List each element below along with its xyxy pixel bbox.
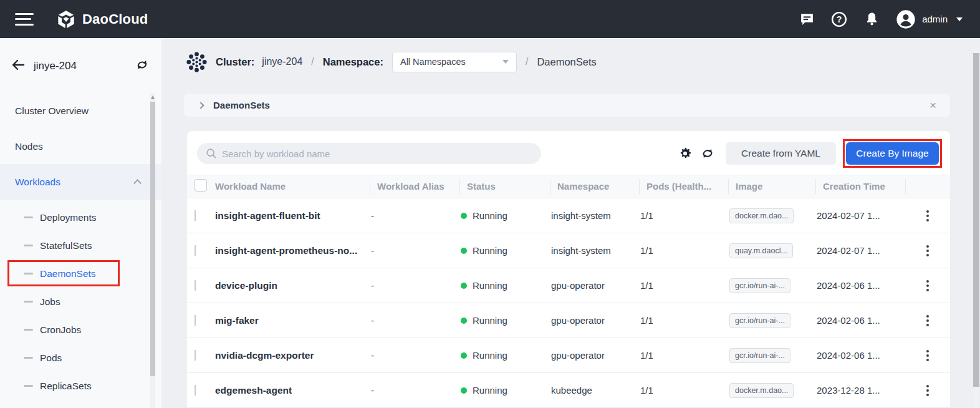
chevron-down-icon xyxy=(502,60,509,64)
sidebar-item-label: Nodes xyxy=(15,141,43,152)
table-header: Workload Name Workload Alias Status Name… xyxy=(187,175,950,198)
kebab-menu-icon[interactable] xyxy=(921,210,934,221)
daemonsets-tab-bar[interactable]: DaemonSets × xyxy=(184,94,950,117)
kebab-menu-icon[interactable] xyxy=(921,350,934,361)
row-checkbox-cell xyxy=(187,280,214,291)
kebab-menu-icon[interactable] xyxy=(921,385,934,396)
search-box[interactable] xyxy=(197,143,541,164)
workload-alias-cell: - xyxy=(370,315,459,326)
sidebar-item-pods[interactable]: Pods xyxy=(0,344,161,372)
avatar xyxy=(896,9,916,29)
column-header-actions xyxy=(905,179,950,194)
image-chip: quay.m.daocl... xyxy=(729,243,793,258)
back-arrow-icon[interactable] xyxy=(11,59,25,74)
row-checkbox[interactable] xyxy=(195,210,196,221)
create-from-yaml-button[interactable]: Create from YAML xyxy=(726,142,836,165)
create-by-image-button[interactable]: Create By Image xyxy=(846,142,939,165)
workload-name-cell[interactable]: edgemesh-agent xyxy=(214,385,370,396)
table-toolbar: Create from YAML Create By Image xyxy=(187,142,950,165)
breadcrumb-cluster-value[interactable]: jinye-204 xyxy=(262,56,302,67)
column-header-workload-alias[interactable]: Workload Alias xyxy=(370,179,459,194)
status-text: Running xyxy=(473,280,507,291)
workloads-sub-list: Deployments StatefulSets DaemonSets Jobs… xyxy=(0,203,161,400)
sidebar-item-cluster-overview[interactable]: Cluster Overview xyxy=(0,93,161,129)
sidebar-item-jobs[interactable]: Jobs xyxy=(0,288,161,316)
table-row: nvidia-dcgm-exporter - Running gpu-opera… xyxy=(187,338,950,373)
namespace-cell: insight-system xyxy=(550,210,639,221)
main-scrollbar-thumb[interactable] xyxy=(973,53,979,387)
status-running-dot xyxy=(461,387,467,394)
column-header-namespace[interactable]: Namespace xyxy=(550,179,639,194)
settings-gear-icon[interactable] xyxy=(678,147,692,160)
kebab-menu-icon[interactable] xyxy=(921,315,934,326)
row-checkbox[interactable] xyxy=(195,315,196,326)
image-chip: gcr.io/run-ai-... xyxy=(729,348,790,363)
close-icon[interactable]: × xyxy=(930,99,936,111)
creation-time-cell: 2024-02-07 1... xyxy=(815,210,905,221)
tab-title: DaemonSets xyxy=(213,100,270,110)
sidebar-item-cronjobs[interactable]: CronJobs xyxy=(0,316,161,344)
workload-alias-cell: - xyxy=(370,210,459,221)
status-cell: Running xyxy=(459,280,550,291)
workload-name-cell[interactable]: nvidia-dcgm-exporter xyxy=(214,350,370,361)
workload-name-cell[interactable]: mig-faker xyxy=(214,315,370,326)
sidebar-item-deployments[interactable]: Deployments xyxy=(0,203,161,231)
refresh-icon[interactable] xyxy=(701,147,714,160)
image-chip: docker.m.dao... xyxy=(729,383,794,398)
workload-alias-cell: - xyxy=(370,350,459,361)
select-all-checkbox[interactable] xyxy=(195,179,207,192)
column-header-workload-name[interactable]: Workload Name xyxy=(214,179,370,194)
user-menu[interactable]: admin xyxy=(896,9,963,29)
sidebar-item-label: Jobs xyxy=(40,296,60,308)
table-row: mig-faker - Running gpu-operator 1/1 gcr… xyxy=(187,303,950,338)
status-text: Running xyxy=(473,315,507,326)
help-icon[interactable]: ? xyxy=(831,11,847,27)
sidebar-item-label: CronJobs xyxy=(40,324,81,336)
status-running-dot xyxy=(461,248,467,254)
actions-cell xyxy=(905,280,950,291)
sidebar-item-workloads[interactable]: Workloads xyxy=(0,164,161,200)
row-checkbox[interactable] xyxy=(195,280,196,291)
sidebar-scrollbar-thumb[interactable] xyxy=(150,102,155,376)
daocloud-logo-icon xyxy=(56,9,76,29)
chevron-right-icon[interactable] xyxy=(197,102,204,109)
search-input[interactable] xyxy=(222,148,521,159)
pods-cell: 1/1 xyxy=(639,385,728,396)
notifications-bell-icon[interactable] xyxy=(863,11,880,27)
workload-name-cell[interactable]: device-plugin xyxy=(214,280,370,291)
breadcrumb-separator: / xyxy=(311,56,314,67)
row-checkbox-cell xyxy=(187,210,214,221)
sidebar-item-statefulsets[interactable]: StatefulSets xyxy=(0,231,161,260)
main-content: Cluster: jinye-204 / Namespace: All Name… xyxy=(161,38,980,408)
column-header-image[interactable]: Image xyxy=(728,179,815,194)
status-running-dot xyxy=(461,352,467,359)
messages-icon[interactable] xyxy=(799,11,815,27)
kebab-menu-icon[interactable] xyxy=(921,245,934,256)
column-header-creation-time[interactable]: Creation Time xyxy=(815,179,905,194)
workload-name-cell[interactable]: insight-agent-prometheus-no... xyxy=(214,245,370,256)
row-checkbox[interactable] xyxy=(195,385,196,396)
namespace-select[interactable]: All Namespaces xyxy=(392,52,517,72)
workload-name-cell[interactable]: insight-agent-fluent-bit xyxy=(214,210,370,221)
search-icon xyxy=(206,148,217,159)
sidebar-item-nodes[interactable]: Nodes xyxy=(0,129,161,164)
row-checkbox[interactable] xyxy=(195,245,196,256)
table-row: edgemesh-agent - Running kubeedge 1/1 do… xyxy=(187,373,950,408)
hamburger-menu-icon[interactable] xyxy=(15,13,34,26)
sidebar-item-replicasets[interactable]: ReplicaSets xyxy=(0,372,161,400)
brand[interactable]: DaoCloud xyxy=(56,9,148,29)
pods-cell: 1/1 xyxy=(639,350,728,361)
dash-icon xyxy=(24,329,33,331)
sidebar-item-daemonsets[interactable]: DaemonSets xyxy=(0,260,161,288)
image-cell: docker.m.dao... xyxy=(728,208,815,223)
column-header-status[interactable]: Status xyxy=(459,179,550,194)
switch-cluster-icon[interactable] xyxy=(135,59,149,74)
sidebar-scrollbar-up-arrow[interactable] xyxy=(151,95,155,99)
row-checkbox[interactable] xyxy=(195,350,196,361)
chevron-down-icon xyxy=(956,17,963,21)
kebab-menu-icon[interactable] xyxy=(921,280,934,291)
sidebar-item-label: DaemonSets xyxy=(40,268,96,279)
sidebar: jinye-204 Cluster Overview Nodes Workloa… xyxy=(0,38,161,408)
cluster-icon xyxy=(186,52,207,72)
column-header-pods[interactable]: Pods (Health... xyxy=(639,179,728,194)
